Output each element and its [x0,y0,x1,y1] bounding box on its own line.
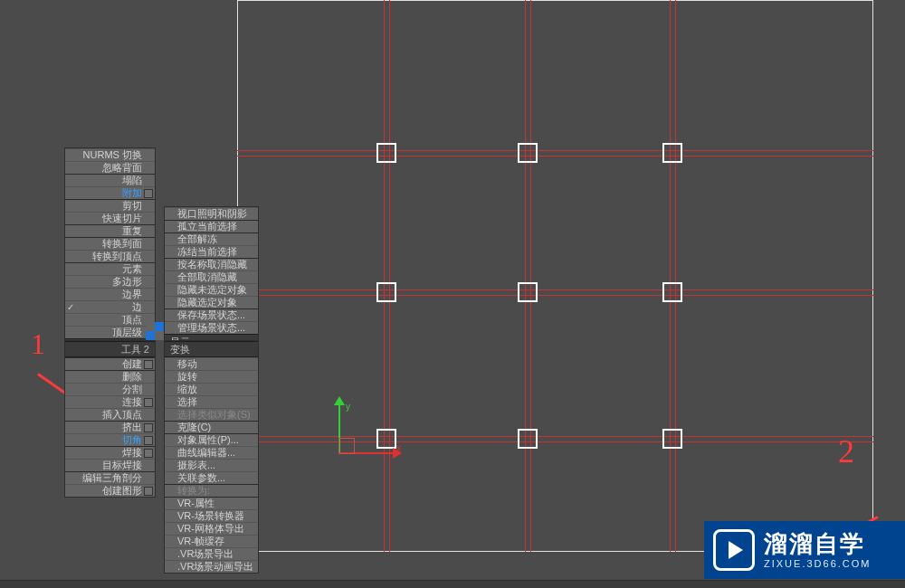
menu-item[interactable]: NURMS 切换 [65,148,155,161]
edge-v6 [675,0,676,552]
menu-item[interactable]: 隐藏选定对象 [165,296,258,308]
watermark: 溜溜自学 ZIXUE.3D66.COM [704,521,905,579]
menu-item: 选择类似对象(S) [165,408,258,421]
menu-item[interactable]: VR-帧缓存 [165,535,258,547]
quad-menu-left-lower[interactable]: 工具 2创建删除分割连接插入顶点挤出切角焊接目标焊接编辑三角剖分创建图形 [64,340,156,498]
menu-item[interactable]: 分割 [65,383,155,395]
menu-item[interactable]: 旋转 [165,370,258,383]
menu-item[interactable]: 孤立当前选择 [165,220,258,232]
edge-v4 [530,0,531,552]
edge-h3 [237,289,873,290]
menu-item[interactable]: 附加 [65,186,155,199]
menu-item[interactable]: 关联参数... [165,471,258,484]
edge-v5 [670,0,671,552]
vertex-box[interactable] [518,429,538,449]
watermark-title: 溜溜自学 [764,530,871,558]
menu-item[interactable]: 隐藏未选定对象 [165,283,258,296]
edge-v1 [384,0,385,552]
quad-menu-right-upper[interactable]: 视口照明和阴影孤立当前选择全部解冻冻结当前选择按名称取消隐藏全部取消隐藏隐藏未选… [164,206,259,351]
vertex-box[interactable] [376,143,396,163]
menu-item[interactable]: 剪切 [65,199,155,212]
check-icon: ✓ [67,301,74,313]
menu-item[interactable]: 编辑三角剖分 [65,471,155,484]
axis-x-label: x [396,443,401,453]
edge-v3 [525,0,526,552]
settings-box-icon[interactable] [144,360,153,369]
menu-item[interactable]: 删除 [65,370,155,383]
menu-item[interactable]: 曲线编辑器... [165,446,258,459]
vertex-box[interactable] [662,429,682,449]
menu-item[interactable]: 多边形 [65,275,155,288]
viewport[interactable]: y x 1 2 NURMS 切换忽略背面塌陷附加剪切快速切片重复转换到面转换到顶… [0,0,905,588]
menu-item[interactable]: 视口照明和阴影 [165,207,258,220]
annotation-1: 1 [31,327,45,361]
menu-item[interactable]: 冻结当前选择 [165,245,258,258]
menu-item[interactable]: 移动 [165,357,258,370]
edge-h2 [237,156,873,156]
quad-menu-left-upper[interactable]: NURMS 切换忽略背面塌陷附加剪切快速切片重复转换到面转换到顶点元素多边形边界… [64,147,156,356]
menu-item[interactable]: 切角 [65,433,155,446]
menu-item[interactable]: 缩放 [165,383,258,395]
menu-item[interactable]: 转换到面 [65,237,155,250]
menu-item[interactable]: 转换到顶点 [65,250,155,262]
menu-item[interactable]: 选择 [165,395,258,408]
menu-item[interactable]: 顶层级 [65,326,155,338]
menu-item[interactable]: 快速切片 [65,212,155,224]
menu-item[interactable]: 全部解冻 [165,232,258,245]
menu-item[interactable]: 摄影表... [165,459,258,471]
menu-item[interactable]: 连接 [65,395,155,408]
menu-item[interactable]: VR-网格体导出 [165,522,258,535]
menu-item[interactable]: 挤出 [65,421,155,433]
menu-item[interactable]: 克隆(C) [165,421,258,433]
menu-item[interactable]: 保存场景状态... [165,308,258,321]
vertex-box[interactable] [518,282,538,302]
settings-box-icon[interactable] [144,487,153,496]
menu-item[interactable]: 创建图形 [65,484,155,497]
menu-item[interactable]: VR-属性 [165,497,258,509]
menu-item[interactable]: 全部取消隐藏 [165,270,258,283]
watermark-sub: ZIXUE.3D66.COM [764,558,871,570]
settings-box-icon[interactable] [144,449,153,458]
settings-box-icon[interactable] [144,189,153,198]
menu-item[interactable]: .VR场景动画导出 [165,560,258,573]
menu-item[interactable]: 创建 [65,357,155,370]
menu-item[interactable]: 焊接 [65,446,155,459]
settings-box-icon[interactable] [144,398,153,407]
menu-item[interactable]: 忽略背面 [65,161,155,174]
menu-item[interactable]: 管理场景状态... [165,321,258,334]
status-bar [0,580,905,588]
axis-y-label: y [346,402,350,412]
edge-v2 [389,0,390,552]
menu-item[interactable]: 边✓ [65,300,155,313]
vertex-box[interactable] [376,282,396,302]
menu-item[interactable]: 插入顶点 [65,408,155,421]
menu-item: 转换为: [165,484,258,497]
menu-item[interactable]: 塌陷 [65,174,155,186]
settings-box-icon[interactable] [144,423,153,432]
menu-item[interactable]: 重复 [65,224,155,237]
quad-title: 变换 [165,341,258,357]
menu-item[interactable]: 目标焊接 [65,459,155,471]
play-icon [713,529,755,571]
axis-gizmo[interactable]: y x [326,398,380,479]
menu-item[interactable]: 边界 [65,288,155,300]
menu-item[interactable]: .VR场景导出 [165,547,258,560]
menu-item[interactable]: 对象属性(P)... [165,433,258,446]
quad-title: 工具 2 [65,341,155,357]
menu-item[interactable]: VR-场景转换器 [165,509,258,522]
vertex-box[interactable] [662,282,682,302]
menu-item[interactable]: 元素 [65,262,155,275]
quad-center-icon [146,322,164,340]
settings-box-icon[interactable] [144,436,153,445]
menu-item[interactable]: 顶点 [65,313,155,326]
vertex-box[interactable] [518,143,538,163]
vertex-box[interactable] [662,143,682,163]
edge-h1 [237,150,873,151]
menu-item[interactable]: 按名称取消隐藏 [165,258,258,270]
edge-h4 [237,295,873,296]
quad-menu-right-lower[interactable]: 变换移动旋转缩放选择选择类似对象(S)克隆(C)对象属性(P)...曲线编辑器.… [164,340,259,574]
